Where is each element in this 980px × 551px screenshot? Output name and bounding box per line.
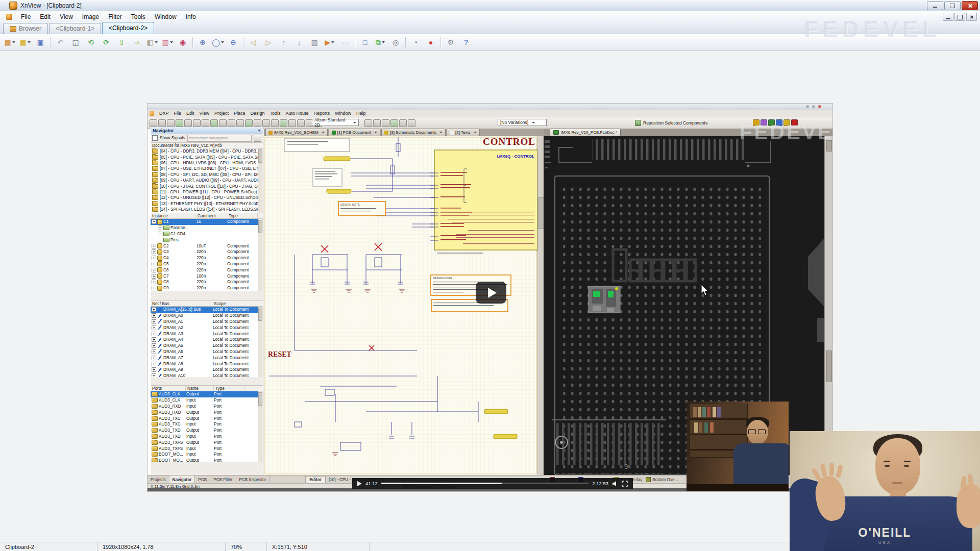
- rect-select-icon[interactable]: [254, 119, 261, 127]
- net-row[interactable]: DRAM_A0Local To Document: [151, 313, 258, 319]
- port-row[interactable]: AUD3_TXCOutputPort: [151, 415, 258, 421]
- expander-icon[interactable]: [152, 325, 156, 330]
- doc-tab[interactable]: [2] Texts: [447, 129, 480, 136]
- bottom-tab-pcb-inspector[interactable]: PCB Inspector: [236, 475, 270, 484]
- expander-icon[interactable]: [152, 307, 156, 312]
- instance-child-row[interactable]: Parame...: [151, 225, 258, 231]
- document-row[interactable]: [06] - CPU - HDMI, LVDS ([06] - CPU - HD…: [151, 160, 258, 166]
- expander-icon[interactable]: [152, 313, 156, 318]
- expander-icon[interactable]: [152, 274, 156, 279]
- bottom-tab-projects[interactable]: Projects: [148, 475, 169, 484]
- layer-tab[interactable]: Bottom Ove...: [646, 477, 678, 482]
- expander-icon[interactable]: [158, 232, 162, 236]
- reposition-command[interactable]: Reposition Selected Components: [635, 120, 707, 126]
- altium-menu-item[interactable]: Window: [332, 111, 354, 116]
- rotate-icon[interactable]: [271, 119, 279, 127]
- net-row[interactable]: DRAM_A7Local To Document: [151, 355, 258, 361]
- dropdown-arrow-icon[interactable]: [12, 41, 15, 43]
- slideshow-icon[interactable]: ▶: [323, 36, 337, 48]
- net-label-tool-icon[interactable]: [390, 119, 398, 127]
- instance-row[interactable]: C6220nComponent: [151, 267, 258, 273]
- print-icon[interactable]: [167, 119, 175, 127]
- flip-horizontal-icon[interactable]: ⇨: [130, 36, 144, 48]
- expander-icon[interactable]: [152, 286, 156, 290]
- paste-icon[interactable]: [245, 119, 253, 127]
- zoom-in-icon[interactable]: ⊕: [195, 36, 210, 48]
- documents-scrollbar[interactable]: [258, 148, 263, 213]
- instance-row[interactable]: C4220nComponent: [151, 255, 258, 261]
- dropdown-arrow-icon[interactable]: [382, 41, 385, 43]
- net-row[interactable]: DRAM_A3Local To Document: [151, 331, 258, 337]
- child-close-button[interactable]: [966, 13, 977, 21]
- expander-icon[interactable]: [152, 256, 156, 260]
- net-row[interactable]: DRAM_A6Local To Document: [151, 349, 258, 355]
- zoom-icon[interactable]: ◯: [211, 36, 225, 48]
- expander-icon[interactable]: [158, 226, 162, 230]
- column-header[interactable]: Name: [186, 386, 214, 391]
- wiring-tool-icon[interactable]: [364, 119, 372, 127]
- port-row[interactable]: AUD3_TXFSOutputPort: [151, 439, 258, 445]
- altium-menu-item[interactable]: Design: [248, 111, 267, 116]
- menu-item-tools[interactable]: Tools: [127, 12, 150, 21]
- menu-item-filter[interactable]: Filter: [104, 12, 127, 21]
- expander-icon[interactable]: [152, 268, 156, 272]
- dropdown-arrow-icon[interactable]: [221, 41, 224, 43]
- instance-row[interactable]: C3220nComponent: [151, 249, 258, 255]
- net-row[interactable]: DRAM_A5Local To Document: [151, 343, 258, 349]
- view-style-combo[interactable]: Altium Standard 2D: [312, 119, 359, 126]
- child-minimize-button[interactable]: [943, 13, 953, 21]
- document-row[interactable]: [09] - CPU - UART, AUDIO ([09] - CPU - U…: [151, 178, 258, 183]
- record-icon[interactable]: ●: [424, 36, 438, 48]
- port-tool-icon[interactable]: [399, 119, 407, 127]
- document-row[interactable]: [12] - CPU - UNUSED ([12] - CPU - UNUSED…: [151, 195, 258, 201]
- menu-item-image[interactable]: Image: [78, 12, 104, 21]
- scrollbar-thumb[interactable]: [258, 308, 262, 321]
- scrollbar-thumb[interactable]: [258, 149, 262, 163]
- altium-menu-item[interactable]: Reports: [311, 111, 333, 116]
- settings-gear-icon[interactable]: ⚙: [444, 36, 458, 48]
- tab-browser[interactable]: Browser: [3, 23, 48, 34]
- variations-combo[interactable]: [No Variations]: [498, 119, 547, 126]
- expander-icon[interactable]: [152, 249, 156, 254]
- tab-clipboard-1[interactable]: <Clipboard-1>: [49, 23, 101, 34]
- altium-menu-item[interactable]: Place: [231, 111, 248, 116]
- instance-row[interactable]: C11uComponent: [151, 219, 258, 225]
- flip-vertical-icon[interactable]: ⇧: [114, 36, 129, 48]
- play-icon[interactable]: [357, 481, 362, 486]
- column-header[interactable]: Type: [227, 213, 258, 218]
- expander-icon[interactable]: [152, 337, 156, 342]
- port-row[interactable]: AUD3_RXDInputPort: [151, 404, 258, 410]
- document-row[interactable]: [13] - ETHERNET PHY ([13] - ETHERNET PHY…: [151, 201, 258, 207]
- dropdown-arrow-icon[interactable]: [331, 41, 334, 43]
- progress-bar[interactable]: [381, 483, 589, 484]
- volume-icon[interactable]: [612, 481, 618, 487]
- next-image-icon[interactable]: ▷: [261, 36, 276, 48]
- open-icon[interactable]: ▦: [18, 36, 32, 48]
- instance-row[interactable]: C7100nComponent: [151, 273, 258, 279]
- net-row[interactable]: DRAM_A2Local To Document: [151, 324, 258, 331]
- expander-icon[interactable]: [152, 349, 156, 354]
- document-row[interactable]: [10] - CPU - JTAG, CONTROL ([10] - CPU -…: [151, 183, 258, 189]
- undo-icon[interactable]: ↶: [53, 36, 67, 48]
- port-row[interactable]: AUD3_TXCInputPort: [151, 421, 258, 428]
- rotate-right-icon[interactable]: ⟳: [99, 36, 113, 48]
- port-row[interactable]: BOOT_MO...InputPort: [151, 452, 258, 458]
- save-icon[interactable]: ▣: [33, 36, 47, 48]
- expander-icon[interactable]: [158, 238, 162, 242]
- port-row[interactable]: AUD3_CLKOutputPort: [151, 391, 258, 397]
- expander-icon[interactable]: [152, 367, 156, 372]
- port-row[interactable]: AUD3_TXDOutputPort: [151, 428, 258, 434]
- expander-icon[interactable]: [152, 356, 156, 360]
- show-signals-checkbox[interactable]: [152, 135, 158, 141]
- doc-tab[interactable]: iMX6 Rev_V10_SCHEM: [265, 129, 328, 136]
- document-row[interactable]: [08] - CPU - SPI, I2C, SD, MMC ([08] - C…: [151, 172, 258, 178]
- document-row[interactable]: [11] - CPU - POWER ([11] - CPU - POWER.S…: [151, 189, 258, 195]
- close-button[interactable]: [962, 1, 978, 10]
- print-preview-icon[interactable]: [176, 119, 183, 127]
- instance-row[interactable]: C210uFComponent: [151, 243, 258, 249]
- column-header[interactable]: Ports: [151, 386, 186, 391]
- altium-menu-item[interactable]: View: [197, 111, 212, 116]
- acquire-icon[interactable]: ⧉: [373, 36, 387, 48]
- fullscreen-icon[interactable]: [622, 481, 628, 487]
- port-row[interactable]: AUD3_CLKInputPort: [151, 397, 258, 404]
